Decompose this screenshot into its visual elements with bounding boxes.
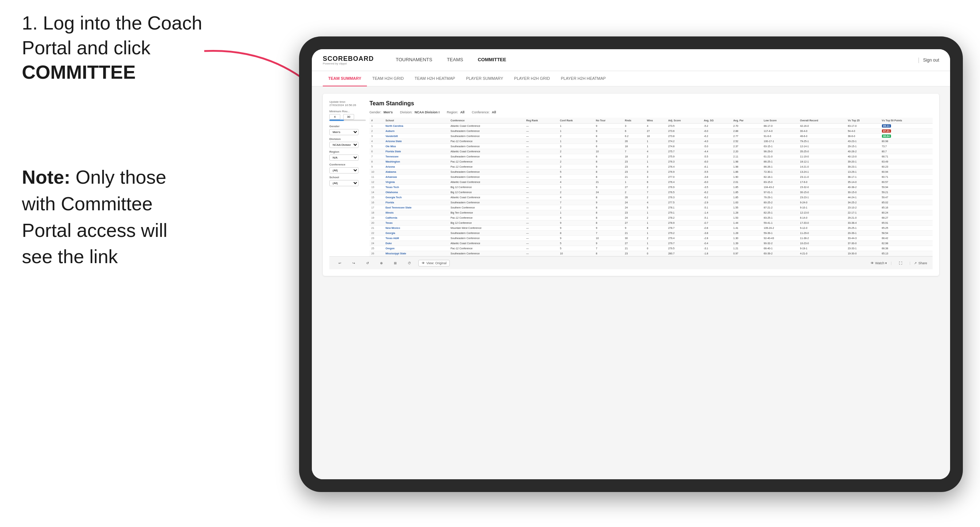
region-select[interactable]: N/A Northeast Southeast [329,154,358,161]
cell-overall: 8-14-0 [798,215,846,221]
cell-vs50: 60.94 [880,170,932,175]
min-row-input-2[interactable] [343,114,354,119]
cell-reg-rank: — [525,164,558,170]
table-row: 14 Oklahoma Big 12 Conference — 2 24 2 7… [369,190,932,195]
cell-avg: 1.98 [732,159,762,164]
subnav-player-summary[interactable]: PLAYER SUMMARY [461,71,509,86]
expand-btn[interactable]: ⛶ [896,260,906,267]
cell-conf-rank: 5 [558,241,594,246]
table-row: 22 Georgia Southeastern Conference — 8 7… [369,231,932,236]
cell-adj-score: 276.9 [667,170,702,175]
min-row-input-1[interactable] [329,114,340,119]
cell-avg-sg: -3.1 [702,246,732,251]
cell-reg-rank: — [525,200,558,205]
cell-reg-rank: — [525,190,558,195]
gender-select[interactable]: Men's Women's [329,129,358,135]
cell-vs50: 65.13 [880,251,932,256]
cell-adj-score: 277.5 [667,200,702,205]
cell-vs50: 85.02 [880,200,932,205]
subnav-player-h2h-grid[interactable]: PLAYER H2H GRID [509,71,555,86]
min-row-slider[interactable] [329,119,366,121]
step-instruction: 1. Log into the Coach Portal and click C… [22,11,226,85]
bookmark-btn[interactable]: ⊕ [376,260,387,267]
cell-school: Georgia Tech [384,195,449,200]
refresh-btn[interactable]: ↺ [363,260,373,267]
redo-btn[interactable]: ↪ [349,260,359,267]
view-original-icon: 👁 [422,261,425,265]
table-row: 25 Oregon Pac-12 Conference — 5 7 21 0 2… [369,246,932,251]
cell-overall: 30-15-0 [798,190,846,195]
cell-vs50: 73.7 [880,144,932,149]
cell-avg: 1.85 [732,185,762,190]
school-select[interactable]: (All) [329,180,358,186]
cell-conference: Atlantic Coast Conference [449,241,524,246]
subnav-team-h2h-grid[interactable]: TEAM H2H GRID [367,71,409,86]
cell-conf-rank: 2 [558,159,594,164]
col-avg: Avg. Par [732,118,762,124]
grid-btn[interactable]: ⊞ [390,260,401,267]
cell-wins: 4 [645,164,667,170]
cell-rank: 24 [369,241,384,246]
cell-low: 87-21-2 [762,205,798,210]
cell-vs25: 40-26-2 [846,149,880,154]
cell-avg-sg: -5.1 [702,215,732,221]
cell-low: 100-17-1 [762,139,798,144]
undo-btn[interactable]: ↩ [335,260,345,267]
cell-rnds: 23 [623,164,645,170]
cell-conf-rank: 1 [558,139,594,144]
cell-reg-rank: — [525,170,558,175]
region-filter: Region N/A Northeast Southeast [329,150,362,161]
watch-button[interactable]: 👁 Watch ▾ [870,261,887,265]
cell-low: 117-4-0 [762,129,798,134]
cell-overall: 23-11-0 [798,175,846,180]
cell-no-tour: 24 [594,190,623,195]
cell-rnds: 21 [623,231,645,236]
cell-avg: 2.52 [732,139,762,144]
cell-no-tour: 8 [594,134,623,139]
nav-tournaments[interactable]: TOURNAMENTS [388,49,439,71]
standings-table: # School Conference Reg Rank Conf Rank N… [369,118,932,256]
share-button[interactable]: ↗ Share [914,261,927,265]
cell-school: Florida State [384,149,449,154]
share-icon: ↗ [914,261,917,265]
col-adj-score: Adj. Score [667,118,702,124]
conference-select[interactable]: (All) SEC ACC [329,167,358,173]
cell-adj-score: 279.4 [667,236,702,241]
cell-rnds: 1 [623,180,645,185]
cell-school: Alabama [384,170,449,175]
clock-btn[interactable]: ⏱ [404,260,415,267]
cell-rnds: 30 [623,236,645,241]
cell-vs25: 20-39-1 [846,231,880,236]
table-row: 3 Vanderbilt Southeastern Conference — 2… [369,134,932,139]
cell-reg-rank: — [525,144,558,149]
cell-overall: 9-10-1 [798,205,846,210]
cell-adj-score: 275.7 [667,149,702,154]
division-select[interactable]: NCAA Division I NCAA Division II [329,142,358,148]
cell-rank: 25 [369,246,384,251]
sign-out-link[interactable]: Sign out [923,57,939,63]
view-original-button[interactable]: 👁 View: Original [418,260,450,267]
nav-committee[interactable]: COMMITTEE [471,49,514,71]
cell-vs50: 80.24 [880,210,932,215]
sign-out-separator: | [918,57,920,63]
cell-conference: Southeastern Conference [449,200,524,205]
subnav-team-summary[interactable]: TEAM SUMMARY [323,71,367,86]
cell-low: 86-25-1 [762,159,798,164]
nav-teams[interactable]: TEAMS [439,49,471,71]
cell-conference: Atlantic Coast Conference [449,180,524,185]
cell-school: Texas [384,221,449,225]
table-row: 20 Texas Big 12 Conference — 9 8 27 1 27… [369,221,932,225]
cell-avg: 1.86 [732,170,762,175]
cell-wins: 2 [645,154,667,159]
table-row: 6 Florida State Atlantic Coast Conferenc… [369,149,932,154]
table-header-row: # School Conference Reg Rank Conf Rank N… [369,118,932,124]
subnav-player-h2h-heatmap[interactable]: PLAYER H2H HEATMAP [555,71,611,86]
cell-adj-score: 278.9 [667,221,702,225]
subnav-team-h2h-heatmap[interactable]: TEAM H2H HEATMAP [409,71,461,86]
cell-vs50: 86.64 [880,134,932,139]
table-row: 26 Mississippi State Southeastern Confer… [369,251,932,256]
cell-rnds: 24 [623,205,645,210]
cell-avg-sg: -1.4 [702,210,732,215]
cell-avg: 1.85 [732,190,762,195]
logo-text: SCOREBOARD [323,55,374,63]
